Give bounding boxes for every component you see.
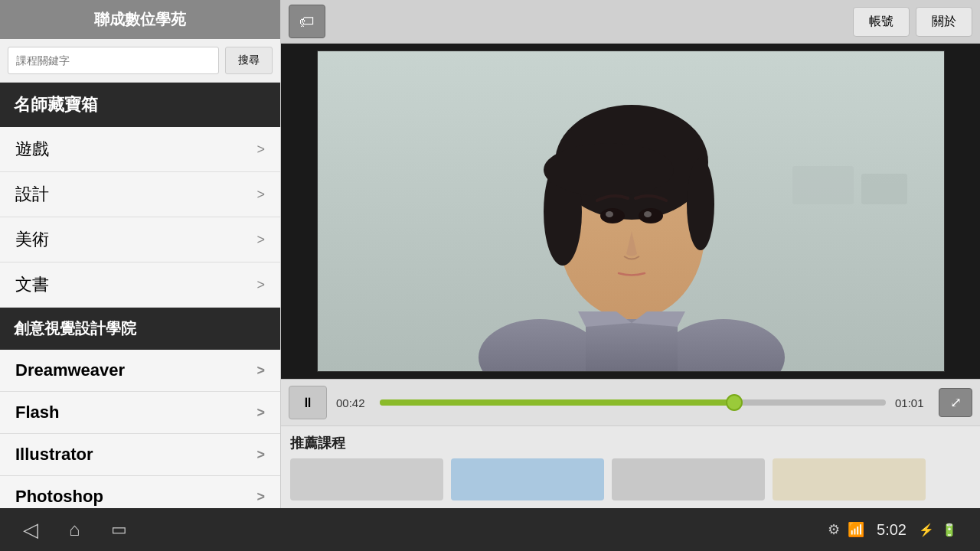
bluetooth-icon: ⚡: [919, 523, 934, 537]
chevron-right-icon: >: [256, 405, 265, 421]
sidebar-item-photoshop[interactable]: Photoshop >: [0, 476, 280, 508]
back-button[interactable]: ◁: [23, 518, 38, 542]
svg-rect-2: [861, 174, 907, 204]
sidebar-section-header-creative: 創意視覺設計學院: [0, 308, 280, 350]
sidebar-item-label: Photoshop: [15, 487, 103, 507]
rec-item-1[interactable]: [290, 458, 443, 500]
progress-thumb[interactable]: [726, 394, 743, 411]
search-bar: 搜尋: [0, 39, 280, 83]
recommendations-title: 推薦課程: [290, 434, 971, 452]
pause-button[interactable]: ⏸: [289, 386, 327, 419]
status-icons-right: ⚡ 🔋: [919, 523, 957, 537]
recents-icon: ▭: [111, 520, 127, 540]
back-icon: ◁: [23, 518, 38, 542]
sidebar-item-label: 文書: [15, 273, 49, 296]
chevron-right-icon: >: [256, 363, 265, 379]
top-bar: 🏷 帳號 關於: [281, 0, 980, 44]
svg-point-12: [687, 158, 714, 250]
account-button[interactable]: 帳號: [853, 7, 910, 37]
progress-fill: [380, 399, 734, 406]
sidebar-item-label: 設計: [15, 183, 49, 206]
fullscreen-icon: ⤢: [950, 394, 962, 411]
chevron-right-icon: >: [256, 489, 265, 505]
svg-rect-20: [586, 319, 678, 372]
sidebar-item-label: Illustrator: [15, 445, 93, 465]
video-person: [318, 51, 945, 372]
chevron-right-icon: >: [256, 232, 265, 248]
status-icons: ⚙ 📶: [828, 521, 864, 538]
tag-button[interactable]: 🏷: [289, 5, 325, 38]
recents-button[interactable]: ▭: [111, 518, 127, 542]
svg-point-16: [606, 211, 613, 217]
sidebar-item-label: 美術: [15, 228, 49, 251]
sidebar-menu: 名師藏寶箱 遊戲 > 設計 > 美術 > 文書 > 創意視覺設計學院 Dream…: [0, 83, 280, 508]
pause-icon: ⏸: [301, 395, 315, 411]
sidebar: 聯成數位學苑 搜尋 名師藏寶箱 遊戲 > 設計 > 美術 > 文書 >: [0, 0, 281, 508]
recommendations-list: [290, 458, 971, 500]
progress-bar[interactable]: [380, 399, 886, 406]
current-time: 00:42: [336, 396, 371, 409]
bottom-bar: ◁ ⌂ ▭ ⚙ 📶 5:02 ⚡ 🔋: [0, 508, 980, 551]
sidebar-item-design[interactable]: 設計 >: [0, 172, 280, 217]
sidebar-item-label: 遊戲: [15, 138, 49, 161]
status-time: 5:02: [877, 521, 906, 539]
tag-icon: 🏷: [299, 13, 315, 31]
sidebar-item-label: Flash: [15, 403, 59, 422]
sidebar-item-flash[interactable]: Flash >: [0, 392, 280, 434]
video-container: [281, 44, 980, 379]
chevron-right-icon: >: [256, 447, 265, 463]
app-title: 聯成數位學苑: [0, 0, 280, 39]
video-frame: [317, 51, 945, 372]
sidebar-section-header-masters: 名師藏寶箱: [0, 83, 280, 127]
fullscreen-button[interactable]: ⤢: [939, 388, 972, 417]
chevron-right-icon: >: [256, 142, 265, 158]
top-bar-left: 🏷: [289, 5, 325, 38]
home-button[interactable]: ⌂: [69, 518, 80, 542]
rec-item-4[interactable]: [773, 458, 926, 500]
recommendations-section: 推薦課程: [281, 425, 980, 508]
top-bar-right: 帳號 關於: [853, 7, 972, 37]
total-time: 01:01: [895, 396, 929, 409]
chevron-right-icon: >: [256, 277, 265, 293]
sidebar-item-art[interactable]: 美術 >: [0, 217, 280, 262]
battery-icon: 🔋: [942, 523, 957, 537]
bottom-nav-right: ⚙ 📶 5:02 ⚡ 🔋: [828, 521, 957, 539]
rec-item-3[interactable]: [612, 458, 765, 500]
chevron-right-icon: >: [256, 187, 265, 203]
home-icon: ⌂: [69, 519, 80, 540]
wifi-icon: 📶: [848, 521, 864, 538]
main-layout: 聯成數位學苑 搜尋 名師藏寶箱 遊戲 > 設計 > 美術 > 文書 >: [0, 0, 980, 508]
about-button[interactable]: 關於: [916, 7, 972, 37]
search-input[interactable]: [8, 47, 219, 74]
search-button[interactable]: 搜尋: [225, 47, 273, 74]
sidebar-item-writing[interactable]: 文書 >: [0, 262, 280, 308]
sidebar-item-illustrator[interactable]: Illustrator >: [0, 434, 280, 476]
content-area: 🏷 帳號 關於: [281, 0, 980, 508]
sidebar-item-games[interactable]: 遊戲 >: [0, 127, 280, 172]
video-content: [318, 51, 944, 371]
android-icon: ⚙: [828, 521, 840, 538]
svg-rect-1: [792, 166, 854, 204]
rec-item-2[interactable]: [451, 458, 604, 500]
svg-point-17: [644, 211, 652, 217]
svg-point-13: [544, 143, 674, 197]
video-controls: ⏸ 00:42 01:01 ⤢: [281, 379, 980, 425]
sidebar-item-label: Dreamweaver: [15, 360, 125, 380]
sidebar-item-dreamweaver[interactable]: Dreamweaver >: [0, 350, 280, 392]
bottom-nav-left: ◁ ⌂ ▭: [23, 518, 127, 542]
